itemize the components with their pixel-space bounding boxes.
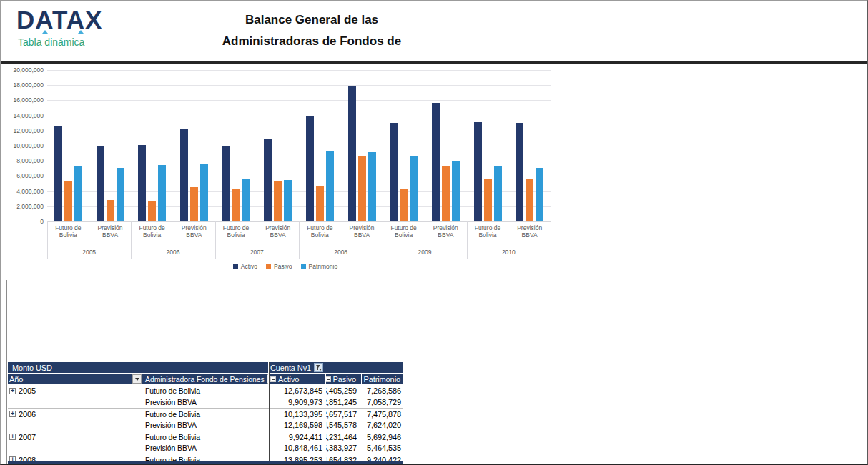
year-cell[interactable]: +2007 bbox=[8, 431, 142, 443]
logo-subtitle: Tabla dinámica bbox=[16, 36, 102, 48]
bar-patrimonio[interactable] bbox=[536, 168, 543, 221]
grand-total-row[interactable] bbox=[8, 461, 403, 465]
admin-cell[interactable]: Futuro de Bolivia bbox=[142, 385, 269, 396]
y-axis-tick-label: 6,000,000 bbox=[8, 172, 44, 179]
admin-cell[interactable]: Previsión BBVA bbox=[142, 396, 269, 408]
admin-cell[interactable]: Previsión BBVA bbox=[142, 419, 269, 431]
patrimonio-value-cell[interactable]: 5,464,535 bbox=[362, 442, 403, 454]
bar-pasivo[interactable] bbox=[484, 179, 492, 221]
gridline bbox=[47, 70, 551, 71]
pivot-table-row: Previsión BBVA12,169,5984,545,5787,624,0… bbox=[8, 419, 403, 431]
bar-pasivo[interactable] bbox=[274, 181, 282, 221]
admin-cell[interactable]: Previsión BBVA bbox=[142, 442, 269, 454]
x-axis-category-label: Futuro deBolivia bbox=[467, 224, 509, 239]
expand-year-icon[interactable]: + bbox=[9, 411, 16, 417]
bar-pasivo[interactable] bbox=[442, 166, 450, 221]
year-cell[interactable] bbox=[8, 442, 142, 454]
activo-value-cell[interactable]: 9,909,973 bbox=[269, 396, 326, 408]
bar-patrimonio[interactable] bbox=[368, 152, 376, 221]
expand-year-icon[interactable]: + bbox=[9, 388, 16, 394]
pasivo-value-cell[interactable]: 2,851,245 bbox=[326, 396, 362, 408]
x-axis-year-label: 2010 bbox=[467, 249, 551, 256]
excel-report-window: DATAX Tabla dinámica Balance General de … bbox=[0, 0, 868, 465]
bar-activo[interactable] bbox=[97, 146, 104, 221]
activo-value-cell[interactable]: 10,848,461 bbox=[269, 442, 326, 454]
activo-value-cell[interactable]: 12,673,845 bbox=[269, 385, 326, 396]
axis-group-separator bbox=[551, 70, 551, 259]
bar-patrimonio[interactable] bbox=[74, 166, 82, 221]
bar-pasivo[interactable] bbox=[400, 189, 408, 221]
bar-activo[interactable] bbox=[264, 139, 272, 221]
patrimonio-value-cell[interactable]: 7,058,729 bbox=[362, 396, 403, 408]
row-field-year-cell[interactable]: Año bbox=[8, 374, 142, 385]
patrimonio-value-cell[interactable]: 7,475,878 bbox=[362, 409, 403, 420]
pasivo-value-cell[interactable]: 5,383,927 bbox=[326, 442, 362, 454]
pasivo-value-cell[interactable]: 4,545,578 bbox=[326, 419, 362, 431]
bar-activo[interactable] bbox=[54, 126, 62, 221]
admin-cell[interactable]: Futuro de Bolivia bbox=[142, 431, 269, 443]
year-cell[interactable] bbox=[8, 396, 142, 408]
activo-value-cell[interactable]: 9,924,411 bbox=[269, 431, 326, 443]
bar-patrimonio[interactable] bbox=[284, 180, 292, 221]
collapse-activo-icon[interactable] bbox=[270, 376, 276, 382]
bar-pasivo[interactable] bbox=[148, 201, 156, 221]
bar-patrimonio[interactable] bbox=[494, 166, 502, 221]
bar-activo[interactable] bbox=[180, 129, 188, 221]
bar-patrimonio[interactable] bbox=[117, 168, 124, 221]
bar-pasivo[interactable] bbox=[190, 187, 198, 221]
bar-patrimonio[interactable] bbox=[326, 151, 334, 221]
x-axis-category-label: Previsión BBVA bbox=[508, 224, 551, 239]
year-cell[interactable]: +2006 bbox=[8, 409, 142, 420]
bar-pasivo[interactable] bbox=[107, 200, 114, 221]
filter-funnel-icon[interactable] bbox=[314, 363, 323, 372]
pasivo-value-cell[interactable]: 5,405,259 bbox=[326, 385, 362, 396]
table-column-border bbox=[269, 362, 270, 461]
patrimonio-value-cell[interactable]: 7,268,586 bbox=[362, 385, 403, 396]
bar-patrimonio[interactable] bbox=[200, 164, 208, 221]
pivot-table-row: +2007Futuro de Bolivia9,924,4114,231,464… bbox=[8, 431, 403, 442]
axis-group-separator bbox=[215, 221, 216, 259]
column-header-activo[interactable]: Activo bbox=[269, 374, 326, 385]
collapse-pasivo-icon[interactable] bbox=[326, 376, 331, 382]
bar-patrimonio[interactable] bbox=[242, 179, 250, 221]
pasivo-value-cell[interactable]: 2,657,517 bbox=[326, 409, 362, 420]
bar-activo[interactable] bbox=[222, 146, 230, 221]
chart-legend: ActivoPasivoPatrimonio bbox=[6, 263, 564, 270]
year-cell[interactable]: +2005 bbox=[8, 385, 142, 396]
row-field-admin-label: Administradora Fondo de Pensiones bbox=[145, 375, 265, 384]
admin-cell[interactable]: Futuro de Bolivia bbox=[142, 409, 269, 420]
bar-pasivo[interactable] bbox=[64, 181, 72, 221]
activo-value-cell[interactable]: 12,169,598 bbox=[269, 419, 326, 431]
bar-pasivo[interactable] bbox=[526, 179, 533, 221]
column-header-pasivo[interactable]: Pasivo bbox=[326, 374, 362, 385]
bar-activo[interactable] bbox=[516, 123, 523, 221]
bar-pasivo[interactable] bbox=[316, 186, 324, 221]
bar-activo[interactable] bbox=[306, 116, 314, 221]
column-field-label: Cuenta Nv1 bbox=[270, 364, 311, 372]
bar-patrimonio[interactable] bbox=[158, 165, 166, 221]
pivot-table-row: Previsión BBVA10,848,4615,383,9275,464,5… bbox=[8, 442, 403, 454]
legend-item-activo: Activo bbox=[233, 263, 257, 270]
row-field-admin-cell[interactable]: Administradora Fondo de Pensiones bbox=[142, 374, 269, 385]
bar-pasivo[interactable] bbox=[232, 189, 240, 221]
bar-pasivo[interactable] bbox=[358, 156, 366, 221]
x-axis-year-label: 2006 bbox=[131, 249, 214, 256]
bar-activo[interactable] bbox=[390, 123, 398, 221]
year-filter-dropdown-icon[interactable] bbox=[132, 374, 142, 384]
pasivo-value-cell[interactable]: 4,231,464 bbox=[326, 431, 362, 443]
bar-patrimonio[interactable] bbox=[452, 161, 460, 221]
pivot-column-field-cell[interactable]: Cuenta Nv1 bbox=[269, 362, 403, 374]
pivot-values-field-cell[interactable]: Monto USD bbox=[8, 362, 269, 374]
bar-patrimonio[interactable] bbox=[410, 156, 418, 221]
pivot-chart[interactable]: 02,000,0004,000,0006,000,0008,000,00010,… bbox=[6, 64, 564, 280]
expand-year-icon[interactable]: + bbox=[9, 434, 16, 440]
bar-activo[interactable] bbox=[432, 103, 440, 221]
bar-activo[interactable] bbox=[138, 145, 146, 221]
patrimonio-value-cell[interactable]: 5,692,946 bbox=[362, 431, 403, 443]
bar-activo[interactable] bbox=[474, 122, 482, 221]
year-cell[interactable] bbox=[8, 419, 142, 431]
activo-value-cell[interactable]: 10,133,395 bbox=[269, 409, 326, 420]
bar-activo[interactable] bbox=[348, 86, 356, 221]
patrimonio-value-cell[interactable]: 7,624,020 bbox=[362, 419, 403, 431]
column-header-patrimonio[interactable]: Patrimonio bbox=[362, 374, 403, 385]
